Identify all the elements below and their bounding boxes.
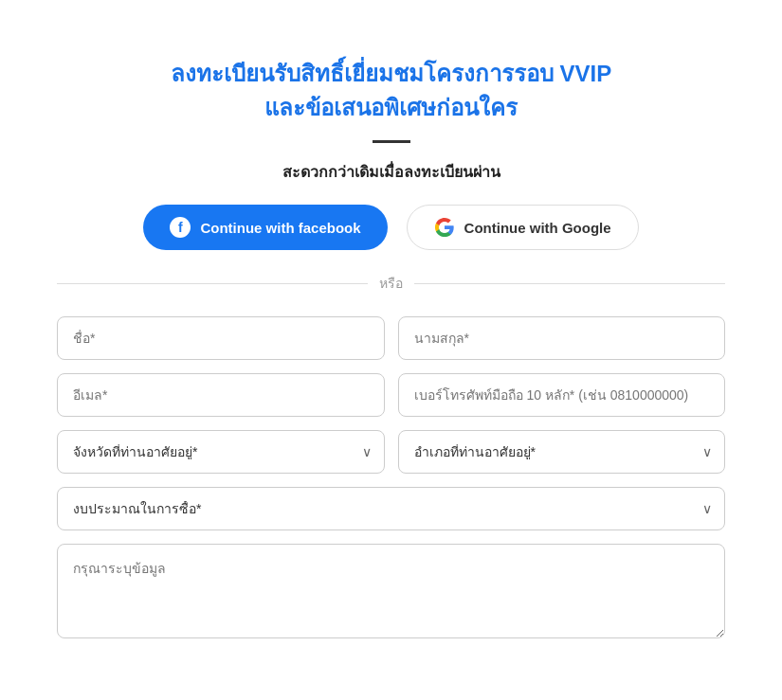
page-title: ลงทะเบียนรับสิทธิ์เยี่ยมชมโครงการรอบ VVI… [57, 57, 725, 125]
note-field [57, 544, 725, 642]
budget-select[interactable]: งบประมาณในการซื้อ* [57, 487, 725, 530]
district-select[interactable]: อำเภอที่ท่านอาศัยอยู่* [398, 430, 726, 474]
last-name-input[interactable] [398, 316, 726, 360]
title-divider [373, 140, 410, 143]
registration-form: จังหวัดที่ท่านอาศัยอยู่* ∨ อำเภอที่ท่านอ… [57, 316, 725, 642]
phone-input[interactable] [398, 373, 726, 417]
email-input[interactable] [57, 373, 385, 417]
note-textarea[interactable] [57, 544, 725, 638]
subtitle-text: สะดวกกว่าเดิมเมื่อลงทะเบียนผ่าน [57, 160, 725, 184]
social-buttons-group: f Continue with facebook Continue with G… [57, 205, 725, 250]
budget-select-wrapper: งบประมาณในการซื้อ* ∨ [57, 487, 725, 530]
or-divider: หรือ [57, 273, 725, 294]
first-name-input[interactable] [57, 316, 385, 360]
first-name-field [57, 316, 385, 360]
main-container: ลงทะเบียนรับสิทธิ์เยี่ยมชมโครงการรอบ VVI… [19, 28, 763, 680]
district-select-wrapper: อำเภอที่ท่านอาศัยอยู่* ∨ [398, 430, 726, 474]
email-field [57, 373, 385, 417]
budget-field: งบประมาณในการซื้อ* ∨ [57, 487, 725, 530]
facebook-button[interactable]: f Continue with facebook [143, 205, 387, 250]
facebook-icon: f [170, 217, 191, 238]
phone-field [398, 373, 726, 417]
district-field: อำเภอที่ท่านอาศัยอยู่* ∨ [398, 430, 726, 474]
google-button[interactable]: Continue with Google [407, 205, 639, 250]
province-field: จังหวัดที่ท่านอาศัยอยู่* ∨ [57, 430, 385, 474]
last-name-field [398, 316, 726, 360]
province-select-wrapper: จังหวัดที่ท่านอาศัยอยู่* ∨ [57, 430, 385, 474]
google-icon [434, 217, 455, 238]
province-select[interactable]: จังหวัดที่ท่านอาศัยอยู่* [57, 430, 385, 474]
